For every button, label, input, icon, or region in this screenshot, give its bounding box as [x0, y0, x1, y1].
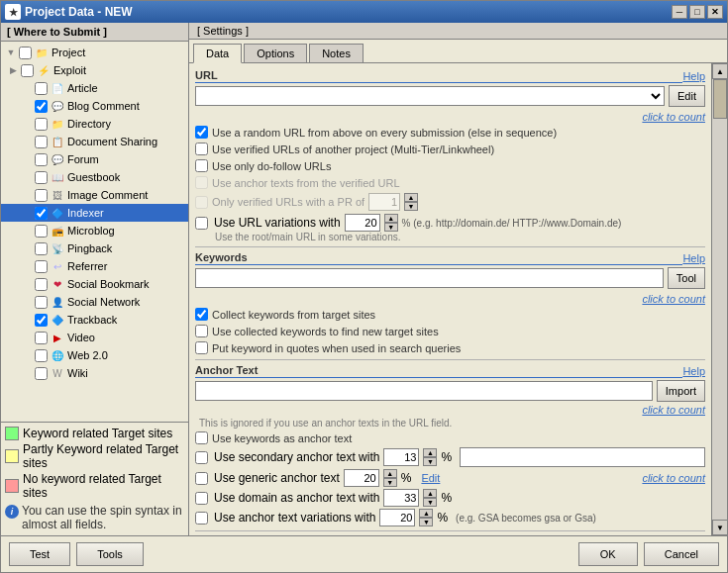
guestbook-checkbox[interactable]: [35, 171, 48, 184]
tree-item-root[interactable]: ▼ 📁 Project: [1, 44, 188, 61]
image-comment-checkbox[interactable]: [35, 189, 48, 202]
scroll-down-button[interactable]: ▼: [712, 520, 727, 535]
anchor-verified-checkbox[interactable]: [195, 176, 208, 189]
tree-item-exploit[interactable]: ▶ ⚡ Exploit: [1, 61, 188, 79]
doc-sharing-checkbox[interactable]: [35, 136, 48, 148]
tree-item-social-network[interactable]: ▶ 👤 Social Network: [1, 293, 188, 311]
pr-spin-down[interactable]: ▼: [404, 202, 418, 211]
domain-anchor-input[interactable]: [383, 489, 419, 507]
tools-button[interactable]: Tools: [76, 542, 144, 566]
tree-item-trackback[interactable]: ▶ 🔷 Trackback: [1, 311, 188, 329]
tree-item-document-sharing[interactable]: ▶ 📋 Document Sharing: [1, 133, 188, 150]
domain-anchor-spin-up[interactable]: ▲: [423, 489, 437, 498]
url-variations-checkbox[interactable]: [195, 217, 208, 230]
secondary-anchor-checkbox[interactable]: [195, 451, 208, 464]
close-button[interactable]: ✕: [707, 5, 723, 19]
pingback-checkbox[interactable]: [35, 242, 48, 255]
generic-anchor-input[interactable]: [344, 469, 379, 487]
pr-verified-checkbox[interactable]: [195, 196, 208, 209]
ok-button[interactable]: OK: [578, 542, 638, 566]
tree-item-pingback[interactable]: ▶ 📡 Pingback: [1, 239, 188, 257]
minimize-button[interactable]: ─: [672, 5, 687, 19]
url-var-spin-up[interactable]: ▲: [384, 214, 398, 223]
secondary-anchor-input[interactable]: [383, 448, 419, 466]
domain-anchor-checkbox[interactable]: [195, 492, 208, 505]
random-url-checkbox[interactable]: [195, 126, 208, 139]
tab-data[interactable]: Data: [193, 44, 242, 63]
microblog-checkbox[interactable]: [35, 225, 48, 238]
article-checkbox[interactable]: [35, 82, 48, 95]
tree-item-wiki[interactable]: ▶ W Wiki: [1, 364, 188, 382]
keywords-tool-button[interactable]: Tool: [668, 267, 705, 289]
url-variations-input[interactable]: [345, 214, 380, 232]
scroll-thumb[interactable]: [713, 79, 727, 119]
tree-item-blog-comment[interactable]: ▶ 💬 Blog Comment: [1, 97, 188, 115]
cancel-button[interactable]: Cancel: [644, 542, 719, 566]
edit-url-button[interactable]: Edit: [669, 85, 705, 107]
trackback-checkbox[interactable]: [35, 314, 48, 327]
tree-item-social-bookmark[interactable]: ▶ ❤ Social Bookmark: [1, 275, 188, 293]
social-network-checkbox[interactable]: [35, 296, 48, 309]
generic-anchor-spin-down[interactable]: ▼: [383, 478, 397, 487]
scroll-track[interactable]: [712, 79, 727, 520]
root-checkbox[interactable]: [19, 47, 32, 59]
forum-checkbox[interactable]: [35, 153, 48, 166]
maximize-button[interactable]: □: [689, 5, 705, 19]
indexer-checkbox[interactable]: [35, 207, 48, 220]
anchor-variations-spin-up[interactable]: ▲: [419, 509, 433, 518]
exploit-checkbox[interactable]: [21, 64, 34, 77]
anchor-click-count[interactable]: click to count: [642, 404, 705, 416]
keywords-help-link[interactable]: Help: [682, 252, 705, 264]
tab-options[interactable]: Options: [244, 44, 307, 62]
tree-item-video[interactable]: ▶ ▶ Video: [1, 329, 188, 346]
keywords-input[interactable]: [195, 268, 664, 288]
anchor-variations-input[interactable]: [379, 509, 415, 526]
tab-notes[interactable]: Notes: [309, 44, 364, 62]
anchor-import-button[interactable]: Import: [657, 380, 705, 402]
tree-item-indexer[interactable]: ▶ 🔷 Indexer: [1, 204, 188, 222]
use-keywords-anchor-checkbox[interactable]: [195, 431, 208, 444]
tree-item-image-comment[interactable]: ▶ 🖼 Image Comment: [1, 186, 188, 204]
test-button[interactable]: Test: [9, 542, 70, 566]
referrer-checkbox[interactable]: [35, 260, 48, 273]
tree-item-directory[interactable]: ▶ 📁 Directory: [1, 115, 188, 133]
pr-value-input[interactable]: [368, 193, 400, 211]
url-click-count[interactable]: click to count: [642, 111, 705, 123]
url-help-link[interactable]: Help: [682, 70, 705, 82]
tree-item-forum[interactable]: ▶ 💬 Forum: [1, 150, 188, 168]
anchor-help-link[interactable]: Help: [682, 365, 705, 377]
secondary-anchor-text-input[interactable]: [460, 447, 705, 467]
quotes-keyword-checkbox[interactable]: [195, 341, 208, 354]
expand-icon[interactable]: ▼: [3, 45, 19, 60]
tree-item-referrer[interactable]: ▶ ↩ Referrer: [1, 257, 188, 275]
secondary-anchor-spin-down[interactable]: ▼: [423, 457, 437, 466]
tree-item-microblog[interactable]: ▶ 📻 Microblog: [1, 222, 188, 239]
keywords-click-count[interactable]: click to count: [642, 293, 705, 305]
blog-comment-checkbox[interactable]: [35, 100, 48, 113]
verified-url-checkbox[interactable]: [195, 143, 208, 155]
generic-anchor-spin-up[interactable]: ▲: [383, 469, 397, 478]
tree-item-web20[interactable]: ▶ 🌐 Web 2.0: [1, 346, 188, 364]
anchor-variations-spin-down[interactable]: ▼: [419, 518, 433, 526]
generic-anchor-click-count[interactable]: click to count: [642, 472, 705, 484]
anchor-text-input[interactable]: [195, 381, 653, 401]
wiki-checkbox[interactable]: [35, 367, 48, 380]
social-bookmark-checkbox[interactable]: [35, 278, 48, 291]
pr-spin-up[interactable]: ▲: [404, 193, 418, 202]
anchor-variations-checkbox[interactable]: [195, 512, 208, 525]
generic-anchor-checkbox[interactable]: [195, 472, 208, 485]
tree-item-article[interactable]: ▶ 📄 Article: [1, 79, 188, 97]
collect-keywords-checkbox[interactable]: [195, 308, 208, 321]
secondary-anchor-spin-up[interactable]: ▲: [423, 448, 437, 457]
expand-exploit-icon[interactable]: ▶: [5, 62, 21, 78]
use-collected-checkbox[interactable]: [195, 325, 208, 337]
video-checkbox[interactable]: [35, 332, 48, 344]
directory-checkbox[interactable]: [35, 118, 48, 131]
scroll-up-button[interactable]: ▲: [712, 63, 727, 79]
generic-anchor-edit-link[interactable]: Edit: [421, 472, 440, 484]
dofollow-checkbox[interactable]: [195, 159, 208, 172]
url-select[interactable]: [195, 86, 665, 106]
tree-item-guestbook[interactable]: ▶ 📖 Guestbook: [1, 168, 188, 186]
web20-checkbox[interactable]: [35, 349, 48, 362]
url-var-spin-down[interactable]: ▼: [384, 223, 398, 232]
